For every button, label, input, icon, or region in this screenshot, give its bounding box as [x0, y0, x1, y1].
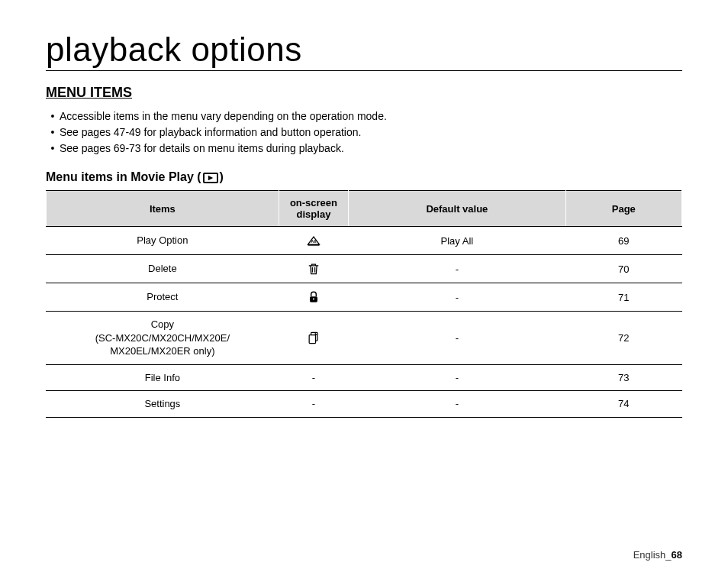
header-default: Default value	[349, 191, 565, 227]
item-name: Delete	[51, 262, 274, 276]
lock-icon	[306, 290, 321, 302]
bullet-list: Accessible items in the menu vary depend…	[46, 108, 682, 157]
subheading-movie-play: Menu items in Movie Play ()	[46, 170, 682, 184]
osd-cell	[279, 255, 348, 283]
table-row: Copy (SC-MX20C/MX20CH/MX20E/ MX20EL/MX20…	[47, 312, 682, 365]
trash-icon	[306, 262, 321, 273]
svg-marker-0	[208, 176, 212, 180]
table-row: File Info - - 73	[47, 364, 682, 391]
table-row: Delete - 70	[47, 255, 682, 283]
table-header-row: Items on-screen display Default value Pa…	[47, 191, 682, 227]
footer-page-number: 68	[672, 549, 682, 561]
page-title: playback options	[46, 31, 682, 71]
play-mode-icon	[203, 173, 218, 183]
osd-dash: -	[312, 398, 315, 409]
subheading-prefix: Menu items in Movie Play (	[46, 170, 201, 183]
page-ref: 69	[618, 235, 629, 247]
page-footer: English_68	[633, 549, 682, 561]
bullet-item: See pages 69-73 for details on menu item…	[46, 141, 682, 157]
default-value: -	[456, 372, 459, 383]
page-ref: 74	[618, 398, 629, 409]
page-ref: 72	[618, 332, 629, 344]
item-name: Copy (SC-MX20C/MX20CH/MX20E/ MX20EL/MX20…	[51, 318, 274, 358]
svg-point-4	[313, 298, 314, 299]
osd-cell: All	[279, 227, 348, 255]
page-ref: 73	[618, 372, 629, 383]
header-items: Items	[47, 191, 279, 227]
bullet-item: Accessible items in the menu vary depend…	[46, 108, 682, 124]
default-value: -	[456, 398, 459, 409]
item-name: File Info	[51, 371, 274, 385]
header-osd: on-screen display	[279, 191, 348, 227]
svg-rect-6	[309, 335, 315, 344]
svg-rect-1	[308, 244, 319, 246]
page-ref: 71	[618, 292, 629, 303]
svg-text:All: All	[311, 239, 317, 244]
item-name: Settings	[51, 397, 274, 411]
default-value: -	[456, 332, 459, 344]
copy-icon	[306, 331, 321, 343]
subheading-suffix: )	[220, 170, 224, 183]
osd-cell	[279, 283, 348, 312]
osd-dash: -	[312, 372, 315, 383]
default-value: -	[456, 292, 459, 303]
osd-cell	[279, 312, 348, 365]
footer-language: English_	[633, 549, 672, 561]
play-all-icon: All	[306, 234, 321, 245]
table-row: Play Option All Play All 69	[47, 227, 682, 255]
item-name: Protect	[51, 290, 274, 304]
table-row: Settings - - 74	[47, 391, 682, 418]
section-heading-menu-items: MENU ITEMS	[46, 85, 682, 101]
menu-items-table: Items on-screen display Default value Pa…	[46, 190, 682, 418]
default-value: Play All	[441, 235, 474, 247]
header-page: Page	[565, 191, 681, 227]
bullet-item: See pages 47-49 for playback information…	[46, 124, 682, 141]
item-name: Play Option	[51, 234, 274, 247]
table-row: Protect - 71	[47, 283, 682, 312]
default-value: -	[456, 263, 459, 275]
page-ref: 70	[618, 263, 629, 275]
